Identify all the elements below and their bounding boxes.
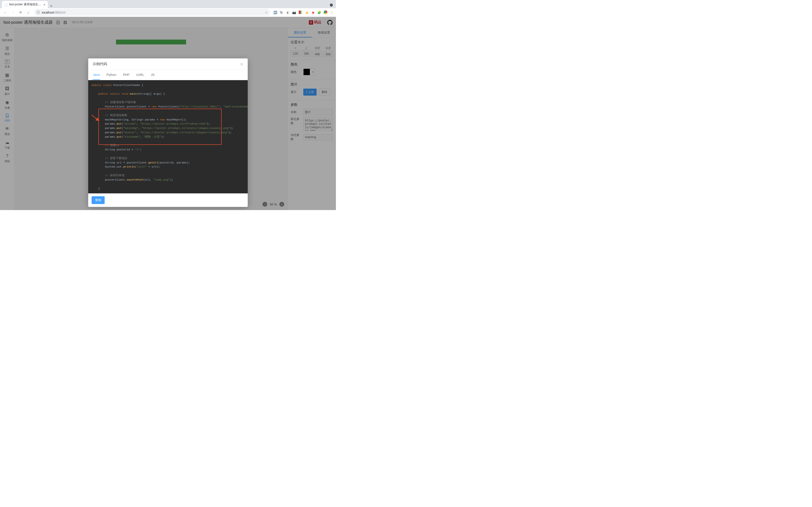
svg-rect-1 (331, 5, 332, 5)
url-text: localhost:9001/#/ (42, 11, 263, 14)
tab-php[interactable]: PHP (122, 70, 130, 80)
tab-curl[interactable]: cURL (136, 70, 145, 80)
camera-ext-icon[interactable]: 📷 (292, 10, 296, 14)
chrome-profile-icon[interactable] (323, 10, 328, 14)
new-tab-button[interactable]: + (48, 4, 55, 8)
annotation-arrow-icon (91, 114, 100, 124)
close-icon[interactable] (240, 62, 243, 66)
modal-header: 示例代码 (88, 58, 248, 70)
extensions-icon[interactable]: 🧩 (317, 10, 321, 14)
address-row: ← → ⟳ ⌂ ⓘ localhost:9001/#/ ☆ 🔤 🐘 ◐ 📷 ◕ … (0, 8, 336, 17)
code-language-tabs: Java Python PHP cURL JS (88, 70, 248, 80)
modal-footer: 复制 (88, 193, 248, 207)
tab-strip: ⬚ fast-poster 通用海报生成器 V1... × + (0, 0, 336, 8)
yellow-ext-icon[interactable]: ◕ (305, 10, 309, 14)
star-icon[interactable]: ☆ (265, 11, 268, 14)
tab-title: fast-poster 通用海报生成器 V1... (9, 2, 42, 6)
red-ext-icon[interactable]: ◉ (311, 10, 315, 14)
site-info-icon[interactable]: ⓘ (37, 10, 40, 14)
window-minimize-icon[interactable] (329, 3, 336, 8)
code-block[interactable]: public class PosterClientDemo { public s… (88, 80, 248, 193)
app-shell: fast-poster 通用海报生成器 08:21:59 已保存 G 码云 ⧉我… (0, 17, 336, 210)
menu-icon[interactable]: ⋮ (329, 10, 334, 14)
evernote-ext-icon[interactable]: 🐘 (280, 10, 284, 14)
reload-button[interactable]: ⟳ (17, 9, 24, 15)
browser-tab[interactable]: ⬚ fast-poster 通用海报生成器 V1... × (2, 1, 48, 8)
modal-body: Java Python PHP cURL JS public class Pos… (88, 70, 248, 193)
close-icon[interactable]: × (44, 3, 45, 6)
back-button[interactable]: ← (2, 9, 8, 15)
address-bar[interactable]: ⓘ localhost:9001/#/ ☆ (34, 9, 270, 16)
colorblock-ext-icon[interactable] (298, 10, 303, 14)
svg-line-11 (92, 115, 99, 121)
code-sample-modal: 示例代码 Java Python PHP cURL JS public clas… (88, 58, 248, 207)
home-button[interactable]: ⌂ (25, 9, 32, 15)
extension-icons: 🔤 🐘 ◐ 📷 ◕ ◉ 🧩 ⋮ (273, 10, 334, 14)
grey-ext-icon[interactable]: ◐ (286, 10, 290, 14)
forward-button: → (10, 9, 16, 15)
browser-chrome: ⬚ fast-poster 通用海报生成器 V1... × + ← → ⟳ ⌂ … (0, 0, 336, 17)
tab-python[interactable]: Python (106, 70, 116, 80)
tab-java[interactable]: Java (93, 70, 100, 80)
translate-ext-icon[interactable]: 🔤 (273, 10, 277, 14)
cube-icon: ⬚ (4, 3, 8, 6)
copy-button[interactable]: 复制 (92, 196, 105, 204)
tab-js[interactable]: JS (150, 70, 155, 80)
modal-title: 示例代码 (93, 62, 240, 66)
